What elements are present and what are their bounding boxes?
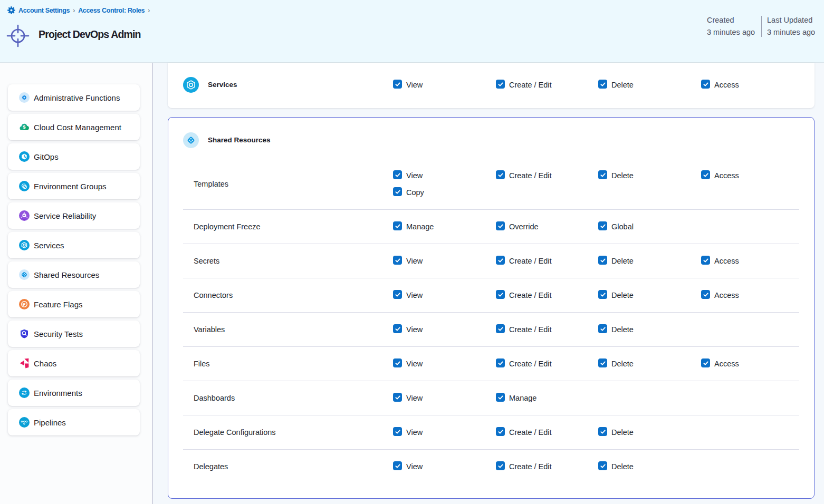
svg-text:$: $ [23,124,26,130]
